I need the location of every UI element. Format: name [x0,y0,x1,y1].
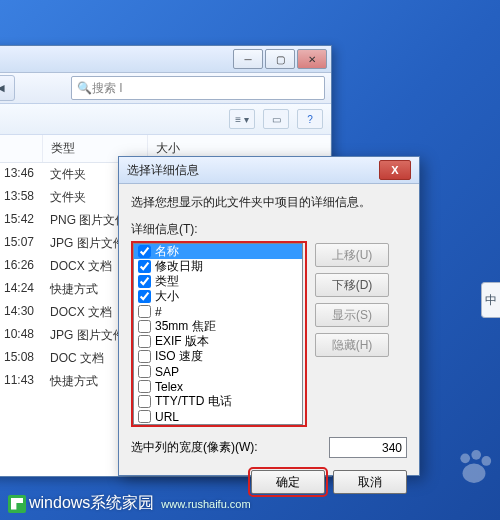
move-down-button[interactable]: 下移(D) [315,273,389,297]
cell-date: 16:26 [0,256,42,277]
list-item[interactable]: 名称 [134,244,302,259]
list-item[interactable]: SAP [134,364,302,379]
paw-icon [452,446,496,490]
choose-details-dialog: 选择详细信息 X 选择您想显示的此文件夹中项目的详细信息。 详细信息(T): 名… [118,156,420,476]
watermark-logo-icon [8,495,26,513]
list-item-checkbox[interactable] [138,305,151,318]
list-item[interactable]: ISO 速度 [134,349,302,364]
list-item-checkbox[interactable] [138,320,151,333]
list-item-label: 白平衡 [155,423,191,425]
cell-date: 10:48 [0,325,42,346]
cell-date: 14:30 [0,302,42,323]
dialog-title: 选择详细信息 [127,162,379,179]
cell-date: 15:42 [0,210,42,231]
list-item[interactable]: 35mm 焦距 [134,319,302,334]
list-item-checkbox[interactable] [138,380,151,393]
maximize-button[interactable]: ▢ [265,49,295,69]
hide-button[interactable]: 隐藏(H) [315,333,389,357]
list-item[interactable]: URL [134,409,302,424]
svg-point-0 [460,453,470,463]
dialog-close-button[interactable]: X [379,160,411,180]
search-placeholder: 搜索 I [92,80,123,97]
close-button[interactable]: ✕ [297,49,327,69]
list-item-checkbox[interactable] [138,290,151,303]
list-item-checkbox[interactable] [138,260,151,273]
cell-date: 14:24 [0,279,42,300]
help-button[interactable]: ? [297,109,323,129]
dialog-button-row: 确定 取消 [131,470,407,494]
svg-point-3 [463,464,486,483]
cancel-button[interactable]: 取消 [333,470,407,494]
list-item[interactable]: 白平衡 [134,424,302,425]
ok-button[interactable]: 确定 [251,470,325,494]
list-item-checkbox[interactable] [138,335,151,348]
list-item[interactable]: 修改日期 [134,259,302,274]
column-width-input[interactable] [329,437,407,458]
search-input[interactable]: 🔍 搜索 I [71,76,325,100]
minimize-button[interactable]: ─ [233,49,263,69]
list-item-checkbox[interactable] [138,275,151,288]
ime-side-tab[interactable]: 中 [481,282,500,318]
list-item-label: TTY/TTD 电话 [155,393,232,410]
list-item[interactable]: EXIF 版本 [134,334,302,349]
list-item-checkbox[interactable] [138,410,151,423]
explorer-view-toolbar: ≡ ▾ ▭ ? [0,104,331,135]
watermark: windows系统家园 www.rushaifu.com [8,493,251,514]
svg-point-2 [481,456,491,466]
cell-date: 11:43 [0,371,42,392]
details-list-highlight: 名称修改日期类型大小#35mm 焦距EXIF 版本ISO 速度SAPTelexT… [131,241,307,427]
cell-date: 13:46 [0,164,42,185]
dialog-titlebar[interactable]: 选择详细信息 X [119,157,419,184]
list-item[interactable]: Telex [134,379,302,394]
watermark-url: www.rushaifu.com [161,498,250,510]
dialog-body: 选择您想显示的此文件夹中项目的详细信息。 详细信息(T): 名称修改日期类型大小… [119,184,419,504]
svg-point-1 [471,450,481,460]
list-item-label: 大小 [155,288,179,305]
list-item-label: URL [155,410,179,424]
list-item[interactable]: # [134,304,302,319]
back-button[interactable]: ◄ [0,75,15,101]
view-mode-button[interactable]: ≡ ▾ [229,109,255,129]
move-up-button[interactable]: 上移(U) [315,243,389,267]
preview-pane-button[interactable]: ▭ [263,109,289,129]
list-item[interactable]: 类型 [134,274,302,289]
cell-date: 13:58 [0,187,42,208]
list-item-checkbox[interactable] [138,245,151,258]
list-item[interactable]: TTY/TTD 电话 [134,394,302,409]
cell-date: 15:07 [0,233,42,254]
list-item-label: ISO 速度 [155,348,203,365]
dialog-prompt: 选择您想显示的此文件夹中项目的详细信息。 [131,194,407,211]
list-item-checkbox[interactable] [138,350,151,363]
list-item-label: Telex [155,380,183,394]
dialog-side-buttons: 上移(U) 下移(D) 显示(S) 隐藏(H) [315,241,389,427]
cell-date: 15:08 [0,348,42,369]
show-button[interactable]: 显示(S) [315,303,389,327]
explorer-titlebar: ─ ▢ ✕ [0,46,331,73]
list-item-label: SAP [155,365,179,379]
details-list-label: 详细信息(T): [131,221,407,238]
explorer-nav-toolbar: ◄ 🔍 搜索 I [0,73,331,104]
column-width-label: 选中列的宽度(像素)(W): [131,439,321,456]
watermark-text: windows系统家园 [29,493,154,514]
details-listbox[interactable]: 名称修改日期类型大小#35mm 焦距EXIF 版本ISO 速度SAPTelexT… [133,243,303,425]
list-item-label: # [155,305,162,319]
search-icon: 🔍 [77,81,92,95]
list-item[interactable]: 大小 [134,289,302,304]
list-item-checkbox[interactable] [138,395,151,408]
list-item-checkbox[interactable] [138,365,151,378]
column-width-row: 选中列的宽度(像素)(W): [131,437,407,458]
